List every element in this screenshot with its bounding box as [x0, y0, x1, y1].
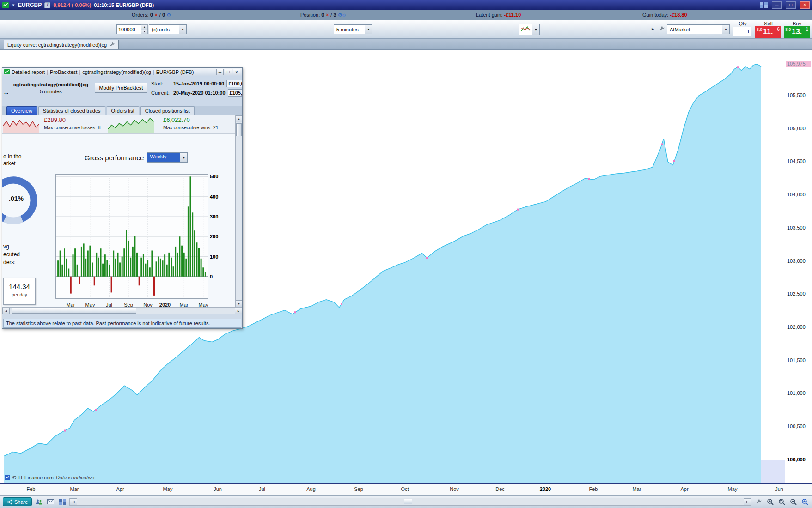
- weekly-y-tick: 300: [210, 214, 218, 219]
- units-select[interactable]: (x) units ▼: [149, 24, 187, 34]
- sell-price-prefix: 8,9: [757, 27, 763, 32]
- tab-overview[interactable]: Overview: [6, 106, 37, 115]
- spinner-down-icon[interactable]: ▼: [141, 30, 147, 34]
- report-scroll-left-icon[interactable]: ◄: [2, 308, 10, 314]
- quantity-spinner[interactable]: ▲ ▼: [141, 24, 148, 34]
- workspace-grid-icon[interactable]: [58, 498, 67, 506]
- position-status: Position: 0 × / 3 ⚙⚙: [300, 12, 346, 18]
- share-button[interactable]: Share: [3, 497, 32, 506]
- position-settings-gear-icon[interactable]: ⚙: [338, 12, 342, 18]
- period-select[interactable]: Weekly ▼: [147, 152, 188, 163]
- price-tick: 101,500: [787, 357, 812, 363]
- price-tick: 104,000: [787, 192, 812, 197]
- tab-orders-list[interactable]: Orders list: [107, 106, 139, 115]
- order-qty-input[interactable]: [733, 27, 751, 36]
- equity-tab-wrench-icon[interactable]: [109, 42, 115, 48]
- modify-probacktest-button[interactable]: Modify ProBacktest: [95, 83, 147, 93]
- timeframe-select[interactable]: 5 minutes ▼: [334, 24, 372, 34]
- current-datetime: 20-May-2020 01:10:00: [173, 90, 226, 96]
- report-titlebar[interactable]: Detailed report| ProBacktest| cgtradings…: [2, 68, 242, 76]
- win-caption: Max consecutive wins: 21: [163, 125, 219, 130]
- report-vscroll-thumb[interactable]: [236, 123, 242, 136]
- time-tick: Mar: [70, 486, 79, 492]
- app-icon: [2, 2, 9, 8]
- scroll-right-icon[interactable]: ►: [744, 498, 751, 505]
- scroll-left-icon[interactable]: ◄: [70, 498, 77, 505]
- report-horizontal-scrollbar[interactable]: ◄ ►: [2, 307, 242, 314]
- win-amount: £6,022.70: [163, 116, 219, 123]
- report-maximize-button[interactable]: □: [225, 69, 232, 75]
- tab-statistics-closed-trades[interactable]: Statistics of closed trades: [38, 106, 105, 115]
- quantity-input[interactable]: [116, 24, 141, 34]
- strategy-timeframe: 5 minutes: [9, 89, 93, 94]
- contacts-icon[interactable]: [35, 498, 43, 506]
- symbol-dropdown-caret[interactable]: ▼: [12, 3, 15, 7]
- weekly-y-tick: 500: [210, 174, 218, 179]
- minimize-button[interactable]: ─: [772, 1, 782, 9]
- cancel-orders-icon[interactable]: ×: [154, 12, 158, 18]
- close-position-icon[interactable]: ×: [325, 12, 329, 18]
- scrollbar-track[interactable]: [77, 498, 744, 505]
- period-value: Weekly: [147, 153, 180, 162]
- equity-curve-tab[interactable]: Equity curve: cgtradingstrategy(modified…: [4, 40, 119, 49]
- weekly-y-tick: 400: [210, 194, 218, 200]
- weekly-x-tick: Mar: [180, 302, 189, 307]
- report-tab-strip: Overview Statistics of closed trades Ord…: [2, 106, 242, 115]
- orders-settings-gear-icon[interactable]: ⚙: [166, 12, 171, 18]
- zoom-reset-icon[interactable]: [800, 498, 809, 506]
- scrollbar-thumb[interactable]: [404, 499, 412, 504]
- units-dropdown-icon[interactable]: ▼: [179, 25, 186, 34]
- time-tick: Jul: [259, 486, 265, 492]
- maximize-button[interactable]: □: [786, 1, 796, 9]
- zoom-in-icon[interactable]: [766, 498, 775, 506]
- tab-closed-positions-list[interactable]: Closed positions list: [140, 106, 195, 115]
- scroll-down-icon[interactable]: ▼: [236, 300, 242, 307]
- zoom-selection-icon[interactable]: [777, 498, 786, 506]
- gross-performance-label: Gross performance: [85, 154, 144, 162]
- report-hscroll-thumb[interactable]: [12, 308, 136, 314]
- start-label: Start:: [151, 81, 173, 86]
- orders-label: Orders:: [132, 12, 149, 18]
- share-icon: [7, 499, 12, 505]
- current-label: Current:: [151, 90, 173, 96]
- quantity-group: ▲ ▼: [116, 24, 148, 34]
- chart-attribution: © IT-Finance.com Data is indicative: [5, 475, 94, 480]
- sell-button[interactable]: 8,9 11. 6: [755, 26, 781, 38]
- sell-price-main: 11.: [763, 28, 773, 36]
- close-button[interactable]: ×: [800, 1, 810, 9]
- sell-price-fraction: 6: [777, 27, 780, 32]
- time-tick: Nov: [450, 486, 459, 492]
- chart-horizontal-scrollbar[interactable]: ◄ ►: [69, 498, 751, 506]
- order-type-dropdown-icon[interactable]: ▼: [722, 25, 729, 34]
- report-more-label: ...: [4, 89, 8, 95]
- weekly-x-tick: Jul: [106, 302, 112, 307]
- order-settings-wrench-icon[interactable]: [658, 25, 665, 33]
- units-value: (x) units: [149, 27, 179, 32]
- buy-button[interactable]: 8,9 13. 1: [784, 26, 810, 38]
- position-settings-gear2-icon[interactable]: ⚙: [342, 13, 346, 18]
- report-scroll-right-icon[interactable]: ►: [235, 308, 242, 314]
- timeframe-dropdown-icon[interactable]: ▼: [365, 25, 372, 34]
- zoom-out-icon[interactable]: [789, 498, 798, 506]
- scroll-up-icon[interactable]: ▲: [236, 115, 242, 122]
- report-minimize-button[interactable]: ─: [216, 69, 224, 75]
- buy-price-fraction: 1: [806, 27, 808, 32]
- latent-gain-label: Latent gain:: [476, 12, 503, 18]
- max-wins-stat: £6,022.70 Max consecutive wins: 21: [163, 116, 219, 130]
- report-content: £289.80 Max consecutive losses: 8 £6,022…: [2, 115, 242, 307]
- period-dropdown-icon[interactable]: ▼: [180, 153, 187, 162]
- consecutive-stats-row: £289.80 Max consecutive losses: 8 £6,022…: [2, 115, 235, 134]
- chart-style-dropdown-icon[interactable]: ▼: [532, 24, 539, 35]
- report-vertical-scrollbar[interactable]: ▲ ▼: [235, 115, 242, 307]
- layout-grid-icon[interactable]: [759, 1, 768, 9]
- message-icon[interactable]: [46, 498, 55, 506]
- price-tick: 105,000: [787, 126, 812, 131]
- panel-expand-arrow-icon[interactable]: ▸: [652, 26, 654, 31]
- orders-per-day-value: 144.34: [4, 283, 35, 290]
- report-close-button[interactable]: ×: [233, 69, 240, 75]
- chart-style-button[interactable]: ▼: [519, 24, 540, 35]
- spinner-up-icon[interactable]: ▲: [141, 25, 147, 30]
- order-type-select[interactable]: AtMarket ▼: [667, 24, 730, 34]
- chart-settings-wrench-icon[interactable]: [754, 498, 763, 506]
- info-icon[interactable]: i: [44, 2, 50, 8]
